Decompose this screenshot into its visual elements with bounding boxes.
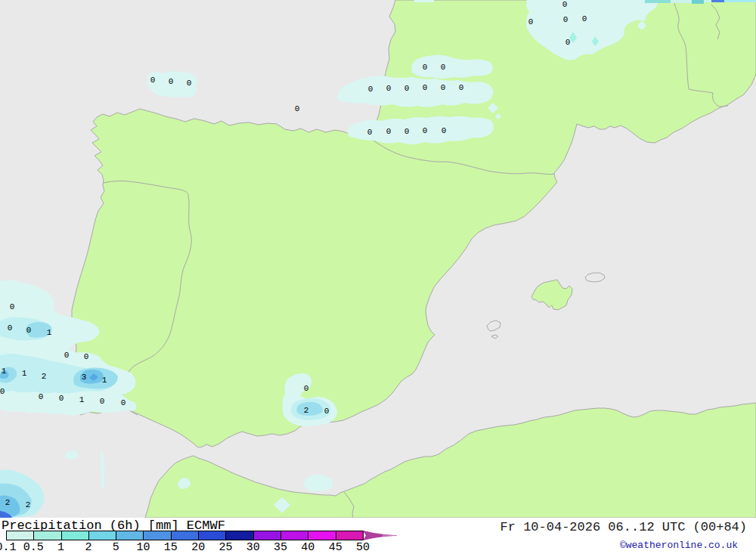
legend-color-box [308,531,335,540]
precipitation-map: 0000000000000000000000000100112310001000… [0,0,756,518]
legend-tick: 0.5 [23,541,44,554]
legend-tick: 15 [164,541,178,554]
precip-value-label: 3 [82,373,87,382]
forecast-datetime: Fr 10-04-2026 06..12 UTC (00+84) [500,520,747,534]
precip-value-label: 1 [2,367,7,376]
map-footer: Precipitation (6h) [mm] ECMWF 0.10.51251… [0,518,756,554]
weather-map-page: 0000000000000000000000000100112310001000… [0,0,756,554]
precip-value-label: 0 [26,326,32,335]
precip-value-label: 1 [47,328,52,337]
precip-value-label: 0 [8,323,13,333]
precip-value-label: 1 [79,395,85,404]
precip-value-label: 0 [169,77,174,86]
precip-value-label: 0 [150,76,156,85]
legend-tick-labels: 0.10.5125101520253035404550 [0,541,393,554]
precip-value-label: 0 [121,398,126,407]
precip-value-label: 0 [404,84,410,93]
copyright-text: ©weatheronline.co.uk [620,540,738,551]
precip-value-label: 0 [84,352,89,361]
precip-value-label: 0 [367,128,373,137]
precip-value-label: 0 [441,63,446,72]
island-menorca [585,273,605,282]
legend-color-box [171,531,198,540]
precip-value-label: 0 [324,407,330,416]
precip-value-label: 0 [423,126,428,135]
precip-value-label: 0 [59,394,64,403]
precip-value-label: 0 [442,126,447,135]
legend-tick: 5 [113,541,119,554]
legend-tick: 25 [218,541,232,554]
precip-value-label: 0 [0,387,5,396]
legend-tick: 30 [246,541,260,554]
legend-overflow-arrow [363,531,397,540]
legend-tick: 10 [137,541,150,554]
precip-value-label: 0 [386,127,392,136]
precip-value-label: 0 [423,63,428,72]
legend-color-box [116,531,143,540]
precip-value-label: 0 [187,79,192,88]
precip-value-label: 0 [368,85,373,94]
legend-color-box [88,531,116,540]
precip-value-label: 0 [404,127,410,136]
legend-tick: 1 [57,541,64,554]
precip-value-label: 0 [304,384,309,393]
precip-value-label: 0 [565,38,571,47]
precip-value-label: 0 [562,0,568,9]
legend-color-box [198,531,225,540]
precip-value-label: 0 [459,83,464,92]
legend-tick: 50 [356,541,370,554]
legend-tick: 45 [329,541,342,554]
precip-value-label: 0 [582,14,587,23]
legend-tick: 20 [191,541,205,554]
precip-value-label: 2 [304,406,309,415]
precip-value-label: 0 [423,83,428,92]
legend-tick: 40 [301,541,314,554]
precip-value-label: 1 [22,369,27,378]
legend-color-box [225,531,253,540]
legend-color-bar [6,531,364,540]
precip-value-label: 0 [441,83,446,92]
legend-color-box [280,531,308,540]
legend-tick: 0.1 [0,541,17,554]
legend-color-box [6,531,33,540]
precip-value-label: 0 [386,84,392,93]
legend-color-box [253,531,280,540]
precip-value-label: 1 [102,376,107,385]
precip-value-label: 0 [528,17,534,26]
legend-color-box [33,531,60,540]
precip-value-label: 2 [26,500,31,509]
legend-color-box [143,531,170,540]
precip-value-label: 0 [39,392,44,401]
legend-tick: 35 [274,541,287,554]
precip-value-label: 0 [64,351,70,360]
legend-tick: 2 [85,541,91,554]
precip-value-label: 2 [5,498,11,507]
precip-value-label: 2 [42,372,47,381]
legend-color-box [336,531,364,540]
precip-value-label: 0 [100,397,105,406]
precip-value-label: 0 [563,15,569,24]
precip-value-label: 0 [10,302,15,311]
legend-color-box [61,531,88,540]
precip-value-label: 0 [295,104,300,113]
